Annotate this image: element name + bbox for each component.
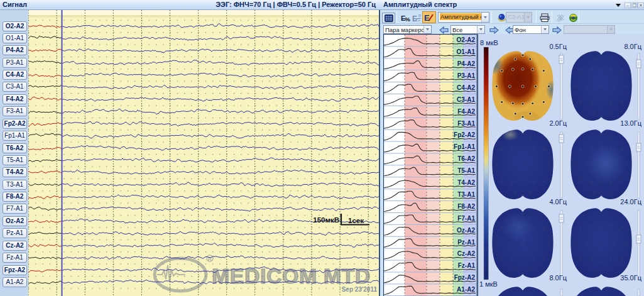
svg-text:%: % bbox=[405, 15, 411, 22]
svg-text:C3-A1: C3-A1 bbox=[457, 96, 475, 103]
svg-text:Cz-A2: Cz-A2 bbox=[457, 250, 476, 257]
svg-text:4.0Гц: 4.0Гц bbox=[549, 198, 567, 206]
svg-text:24.0Гц: 24.0Гц bbox=[620, 198, 641, 206]
svg-text:Pz-A1: Pz-A1 bbox=[457, 239, 475, 246]
svg-text:C4-A2: C4-A2 bbox=[457, 84, 475, 91]
svg-text:A1-A2: A1-A2 bbox=[457, 286, 475, 293]
svg-text:F7-A1: F7-A1 bbox=[457, 215, 475, 222]
svg-text:Sep 23'2011: Sep 23'2011 bbox=[342, 286, 378, 293]
svg-text:8.0Гц: 8.0Гц bbox=[549, 274, 567, 282]
svg-text:35.0Гц: 35.0Гц bbox=[620, 274, 641, 282]
svg-text:Fpz-A2: Fpz-A2 bbox=[454, 274, 476, 281]
svg-text:150мкВ: 150мкВ bbox=[313, 216, 339, 224]
svg-text:Fp1-A1: Fp1-A1 bbox=[454, 143, 475, 150]
svg-text:Fz-A1: Fz-A1 bbox=[458, 262, 476, 269]
svg-text:P3-A1: P3-A1 bbox=[457, 72, 476, 79]
svg-text:8 мкВ: 8 мкВ bbox=[480, 39, 498, 47]
svg-text:F4-A2: F4-A2 bbox=[457, 108, 475, 115]
svg-text:2.0Гц: 2.0Гц bbox=[549, 119, 567, 127]
svg-text:P4-A2: P4-A2 bbox=[457, 60, 476, 67]
svg-text:Oz-A2: Oz-A2 bbox=[457, 227, 475, 234]
svg-text:0.5Гц: 0.5Гц bbox=[549, 43, 567, 50]
svg-text:E: E bbox=[412, 14, 417, 23]
svg-text:T5-A1: T5-A1 bbox=[457, 167, 475, 174]
svg-text:MEDICOM MTD: MEDICOM MTD bbox=[212, 264, 371, 288]
svg-text:R: R bbox=[418, 14, 422, 18]
svg-text:1 мкВ: 1 мкВ bbox=[479, 280, 498, 288]
svg-text:1сек: 1сек bbox=[348, 217, 364, 224]
svg-text:O1-A1: O1-A1 bbox=[457, 48, 476, 55]
svg-text:13.0Гц: 13.0Гц bbox=[620, 119, 641, 127]
svg-text:T6-A2: T6-A2 bbox=[457, 155, 475, 162]
svg-text:8.0Гц: 8.0Гц bbox=[624, 43, 641, 50]
svg-text:F3-A1: F3-A1 bbox=[457, 120, 475, 127]
svg-text:O2-A2: O2-A2 bbox=[457, 36, 476, 43]
svg-text:T3-A1: T3-A1 bbox=[457, 191, 475, 198]
svg-text:Fp2-A2: Fp2-A2 bbox=[454, 131, 475, 138]
svg-text:T4-A2: T4-A2 bbox=[457, 179, 475, 186]
svg-text:F8-A2: F8-A2 bbox=[457, 203, 475, 210]
